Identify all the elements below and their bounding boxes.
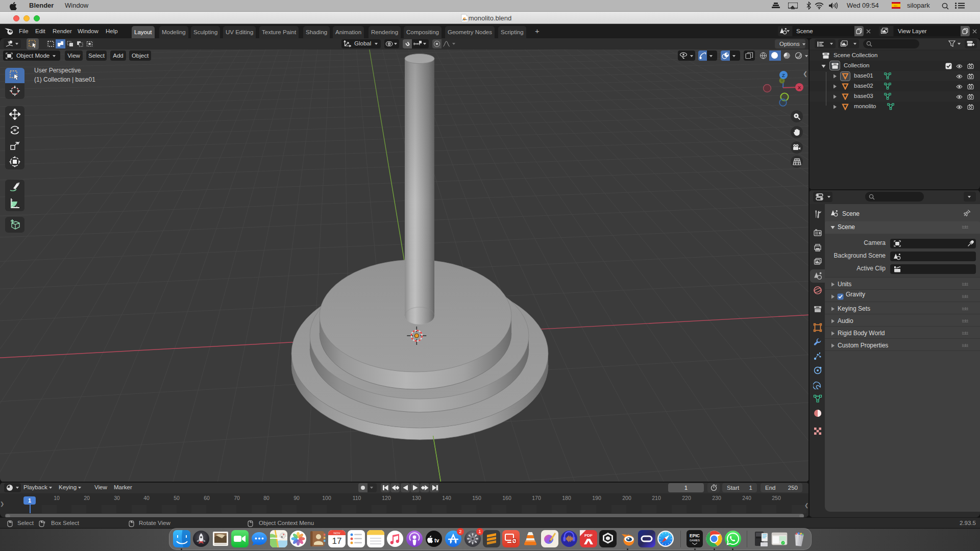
svg-text:PDF: PDF bbox=[584, 533, 593, 538]
svg-text:tv: tv bbox=[434, 537, 439, 543]
svg-text:NOV: NOV bbox=[333, 532, 340, 535]
svg-text:ISO: ISO bbox=[894, 5, 897, 7]
svg-text:GAMES: GAMES bbox=[690, 539, 700, 542]
svg-text:EPIC: EPIC bbox=[690, 533, 700, 538]
svg-text:17: 17 bbox=[332, 536, 342, 546]
